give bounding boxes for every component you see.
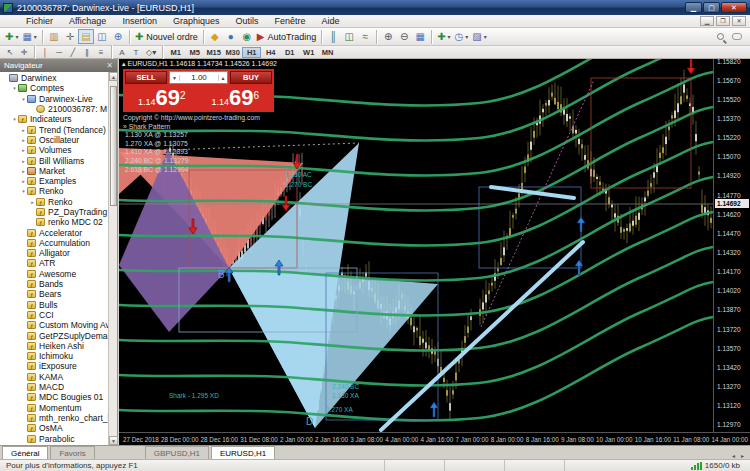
menu-affichage[interactable]: Affichage	[61, 15, 114, 28]
tile-windows-button[interactable]: ▦	[412, 29, 428, 44]
channel-button[interactable]: ∥	[80, 47, 94, 58]
tree-item-bulls[interactable]: ƒBulls	[0, 300, 108, 310]
tree-item-renko[interactable]: ▾ƒRenko	[0, 186, 108, 196]
autotrading-button[interactable]: ▶AutoTrading	[255, 29, 318, 44]
tree-item-bands[interactable]: ƒBands	[0, 279, 108, 289]
expander-icon[interactable]: ▸	[20, 127, 27, 133]
scroll-up-icon[interactable]: ▲	[109, 72, 118, 81]
volume-dropdown-icon[interactable]: ▼	[170, 75, 180, 81]
strategy-tester-button[interactable]: ⊕	[110, 29, 126, 44]
templates-button[interactable]: ▨▾	[470, 29, 488, 44]
tree-item-renko[interactable]: ▸ƒRenko	[0, 197, 108, 207]
new-chart-button[interactable]: ✚▾	[3, 29, 20, 44]
zoom-out-button[interactable]: ⊖	[396, 29, 412, 44]
candlestick-button[interactable]: ◫	[341, 29, 357, 44]
tree-item-pz-daytrading[interactable]: ƒPZ_DayTrading	[0, 207, 108, 217]
bar-chart-button[interactable]: ║	[325, 29, 341, 44]
tree-item-awesome[interactable]: ƒAwesome	[0, 269, 108, 279]
tree-item-renko-mdc-02[interactable]: ƒrenko MDC 02	[0, 217, 108, 227]
tree-item-bill-williams[interactable]: ▸ƒBill Williams	[0, 155, 108, 165]
metaeditor-button[interactable]: ◆	[207, 29, 223, 44]
dropdown-icon[interactable]: ▾	[34, 33, 37, 40]
profiles-button[interactable]: ▦▾	[20, 29, 38, 44]
chat-icon[interactable]	[732, 33, 742, 40]
search-icon[interactable]	[717, 33, 724, 40]
tree-item-accelerator[interactable]: ƒAccelerator	[0, 227, 108, 237]
tree-item-getpzsuplydeman[interactable]: ƒGetPZSuplyDeman	[0, 330, 108, 340]
hline-button[interactable]: ─	[52, 47, 66, 58]
expander-icon[interactable]: ▸	[29, 199, 36, 205]
timeframe-m15[interactable]: M15	[204, 47, 223, 58]
dropdown-icon[interactable]: ▾	[465, 33, 468, 40]
sell-price[interactable]: 1.14 69 2	[125, 85, 199, 109]
tree-item-oscillateur[interactable]: ▸ƒOscillateur	[0, 135, 108, 145]
sell-button[interactable]: SELL	[125, 71, 167, 84]
menu-graphiques[interactable]: Graphiques	[165, 15, 228, 28]
mdi-minimize-button[interactable]: ▁	[700, 16, 714, 26]
tree-item-darwinex-live[interactable]: ▾Darwinex-Live	[0, 94, 108, 104]
chart-tab-gbpusdh1[interactable]: GBPUSD,H1	[145, 446, 209, 459]
chart-symbol-ohlc[interactable]: ▴ EURUSD,H1 1.14618 1.14734 1.14526 1.14…	[122, 60, 277, 68]
tree-item-parabolic[interactable]: ƒParabolic	[0, 433, 108, 443]
new-order-button[interactable]: ✚Nouvel ordre	[133, 29, 200, 44]
tree-item-mth-renko-chart-b[interactable]: ƒmth_renko_chart_b	[0, 413, 108, 423]
navigator-close-icon[interactable]: ✕	[106, 61, 113, 70]
timeframe-m5[interactable]: M5	[185, 47, 204, 58]
line-chart-button[interactable]: ≈	[357, 29, 373, 44]
terminal-button[interactable]: ◫	[94, 29, 110, 44]
expander-icon[interactable]: ▾	[11, 85, 18, 91]
chart-window[interactable]: 1.130 AC1.270 BC2.240 BC1.130 XA1.270 XA…	[119, 59, 750, 445]
data-window-button[interactable]: ✛	[62, 29, 78, 44]
shapes-button[interactable]: ◇▾	[143, 47, 159, 58]
time-axis[interactable]: 27 Dec 201828 Dec 00:0028 Dec 16:0031 De…	[119, 432, 750, 445]
indicators-button[interactable]: ✚▾	[435, 29, 452, 44]
tree-item-2100036787-m[interactable]: 2100036787: M	[0, 104, 108, 114]
tree-item-indicateurs[interactable]: ▾ƒIndicateurs	[0, 114, 108, 124]
navigator-scrollbar[interactable]: ▲ ▼	[108, 72, 117, 445]
tree-item-market[interactable]: ▸Market	[0, 166, 108, 176]
mdi-close-button[interactable]: ✕	[732, 16, 746, 26]
buy-price[interactable]: 1.14 69 6	[199, 85, 273, 109]
tree-item-volumes[interactable]: ▸ƒVolumes	[0, 145, 108, 155]
trendline-button[interactable]: ╱	[66, 47, 80, 58]
tree-item-alligator[interactable]: ƒAlligator	[0, 248, 108, 258]
volume-step-icons[interactable]: ▲	[218, 75, 227, 81]
tree-item-mdc-bougies-01[interactable]: ƒMDC Bougies 01	[0, 392, 108, 402]
volume-value[interactable]: 1.00	[180, 73, 218, 82]
tree-item-comptes[interactable]: ▾Comptes	[0, 83, 108, 93]
expander-icon[interactable]: ▾	[20, 96, 27, 102]
expander-icon[interactable]: ▾	[11, 116, 18, 122]
timeframe-m1[interactable]: M1	[166, 47, 185, 58]
timeframe-w1[interactable]: W1	[299, 47, 318, 58]
minimize-button[interactable]: ▁	[685, 2, 702, 13]
menu-fentre[interactable]: Fenêtre	[266, 15, 313, 28]
maximize-button[interactable]: ▢	[703, 2, 720, 13]
timeframe-h1[interactable]: H1	[242, 47, 261, 58]
scrollbar-thumb[interactable]	[110, 86, 117, 206]
web-button[interactable]: ◉	[239, 29, 255, 44]
expander-icon[interactable]: ▸	[20, 137, 27, 143]
menu-outils[interactable]: Outils	[227, 15, 266, 28]
timeframe-d1[interactable]: D1	[280, 47, 299, 58]
price-axis[interactable]: 1.158201.156701.155201.153701.152201.150…	[713, 59, 750, 432]
community-button[interactable]: ●	[223, 29, 239, 44]
dropdown-icon[interactable]: ▾	[152, 48, 156, 57]
tree-item-osma[interactable]: ƒOsMA	[0, 423, 108, 433]
expander-icon[interactable]: ▸	[20, 158, 27, 164]
crosshair-button[interactable]: ✛	[17, 47, 31, 58]
tree-item-kama[interactable]: ƒKAMA	[0, 372, 108, 382]
expander-icon[interactable]: ▸	[20, 178, 27, 184]
menu-insertion[interactable]: Insertion	[114, 15, 165, 28]
tab-scroll-left-icon[interactable]: ◂	[732, 452, 735, 459]
expander-icon[interactable]: ▸	[20, 168, 27, 174]
chart-tab-eurusdh1[interactable]: EURUSD,H1	[211, 446, 275, 459]
text-button[interactable]: A	[115, 47, 129, 58]
buy-button[interactable]: BUY	[230, 71, 272, 84]
navigator-tab-gnral[interactable]: Général	[2, 446, 48, 459]
scroll-down-icon[interactable]: ▼	[109, 436, 118, 445]
fibonacci-button[interactable]: ≡	[94, 47, 108, 58]
periods-button[interactable]: ◷▾	[453, 29, 471, 44]
market-watch-button[interactable]: ▥	[46, 29, 62, 44]
tree-item-momentum[interactable]: ƒMomentum	[0, 403, 108, 413]
dropdown-icon[interactable]: ▾	[15, 33, 18, 40]
